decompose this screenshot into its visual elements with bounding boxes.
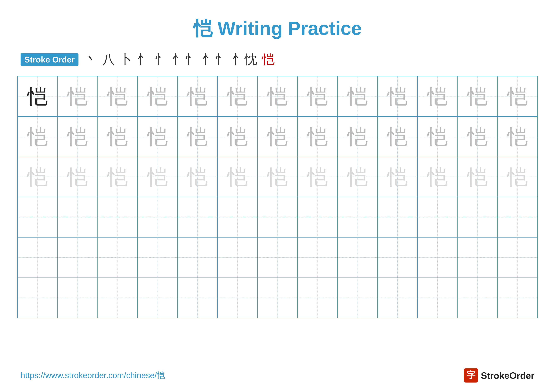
grid-cell[interactable]: 恺 xyxy=(18,117,58,157)
grid-cell[interactable] xyxy=(218,197,258,237)
grid-cell[interactable]: 恺 xyxy=(138,157,178,197)
grid-cell[interactable]: 恺 xyxy=(18,76,58,116)
grid-row: 恺恺恺恺恺恺恺恺恺恺恺恺恺 xyxy=(18,117,537,157)
grid-cell[interactable] xyxy=(258,197,298,237)
grid-cell[interactable]: 恺 xyxy=(378,76,418,116)
grid-cell[interactable] xyxy=(298,237,338,278)
grid-cell[interactable] xyxy=(338,197,378,237)
footer-url[interactable]: https://www.strokeorder.com/chinese/恺 xyxy=(21,370,165,381)
stroke-sequence: 丶 八 卜 忄 忄 忄忄 忄忄 忄忱 恺 xyxy=(85,51,275,68)
cell-character: 恺 xyxy=(347,126,368,147)
grid-cell[interactable] xyxy=(138,278,178,318)
grid-cell[interactable]: 恺 xyxy=(497,117,537,157)
cell-character: 恺 xyxy=(27,126,48,147)
grid-cell[interactable]: 恺 xyxy=(418,76,458,116)
grid-cell[interactable] xyxy=(98,237,138,278)
grid-cell[interactable] xyxy=(178,237,218,278)
cell-character: 恺 xyxy=(227,86,248,107)
grid-cell[interactable] xyxy=(178,278,218,318)
grid-cell[interactable] xyxy=(458,237,497,278)
grid-cell[interactable]: 恺 xyxy=(178,76,218,116)
grid-cell[interactable] xyxy=(18,237,58,278)
grid-cell[interactable]: 恺 xyxy=(458,76,497,116)
footer: https://www.strokeorder.com/chinese/恺 字 … xyxy=(0,368,555,383)
grid-cell[interactable] xyxy=(378,278,418,318)
grid-cell[interactable] xyxy=(218,278,258,318)
grid-cell[interactable]: 恺 xyxy=(218,157,258,197)
grid-cell[interactable]: 恺 xyxy=(258,76,298,116)
grid-cell[interactable]: 恺 xyxy=(138,117,178,157)
grid-cell[interactable]: 恺 xyxy=(497,157,537,197)
cell-character: 恺 xyxy=(107,86,128,107)
grid-cell[interactable]: 恺 xyxy=(458,157,497,197)
grid-cell[interactable] xyxy=(418,278,458,318)
footer-logo: 字 StrokeOrder xyxy=(464,368,534,383)
grid-cell[interactable]: 恺 xyxy=(178,157,218,197)
cell-character: 恺 xyxy=(467,167,488,187)
grid-cell[interactable]: 恺 xyxy=(98,76,138,116)
grid-cell[interactable] xyxy=(18,197,58,237)
grid-cell[interactable]: 恺 xyxy=(378,117,418,157)
grid-cell[interactable] xyxy=(18,278,58,318)
grid-cell[interactable] xyxy=(138,197,178,237)
grid-cell[interactable]: 恺 xyxy=(338,157,378,197)
grid-cell[interactable]: 恺 xyxy=(178,117,218,157)
grid-cell[interactable] xyxy=(58,197,98,237)
stroke-5: 忄 xyxy=(154,51,167,68)
grid-cell[interactable]: 恺 xyxy=(58,76,98,116)
grid-cell[interactable] xyxy=(338,278,378,318)
grid-cell[interactable]: 恺 xyxy=(458,117,497,157)
grid-cell[interactable]: 恺 xyxy=(298,76,338,116)
grid-cell[interactable] xyxy=(418,237,458,278)
grid-cell[interactable]: 恺 xyxy=(418,157,458,197)
grid-cell[interactable]: 恺 xyxy=(298,157,338,197)
stroke-9: 恺 xyxy=(262,51,275,68)
grid-cell[interactable]: 恺 xyxy=(218,76,258,116)
page-title: 恺 Writing Practice xyxy=(0,0,555,42)
stroke-3: 卜 xyxy=(120,51,132,68)
cell-character: 恺 xyxy=(267,86,288,107)
cell-character: 恺 xyxy=(347,167,368,187)
grid-cell[interactable] xyxy=(418,197,458,237)
grid-cell[interactable] xyxy=(258,278,298,318)
grid-cell[interactable]: 恺 xyxy=(418,117,458,157)
grid-cell[interactable] xyxy=(497,197,537,237)
grid-cell[interactable]: 恺 xyxy=(298,117,338,157)
grid-cell[interactable]: 恺 xyxy=(218,117,258,157)
grid-cell[interactable] xyxy=(218,237,258,278)
grid-cell[interactable] xyxy=(98,197,138,237)
grid-cell[interactable] xyxy=(178,197,218,237)
grid-cell[interactable] xyxy=(298,278,338,318)
grid-cell[interactable]: 恺 xyxy=(58,157,98,197)
grid-cell[interactable] xyxy=(138,237,178,278)
stroke-2: 八 xyxy=(102,51,115,68)
grid-cell[interactable] xyxy=(497,278,537,318)
cell-character: 恺 xyxy=(507,86,528,107)
grid-cell[interactable]: 恺 xyxy=(58,117,98,157)
title-text: 恺 Writing Practice xyxy=(193,18,362,39)
stroke-8: 忄忱 xyxy=(232,51,257,68)
cell-character: 恺 xyxy=(387,86,408,107)
cell-character: 恺 xyxy=(107,126,128,147)
grid-cell[interactable] xyxy=(58,237,98,278)
grid-cell[interactable] xyxy=(458,197,497,237)
grid-cell[interactable]: 恺 xyxy=(138,76,178,116)
grid-cell[interactable] xyxy=(258,237,298,278)
grid-cell[interactable] xyxy=(338,237,378,278)
grid-cell[interactable] xyxy=(458,278,497,318)
grid-cell[interactable]: 恺 xyxy=(497,76,537,116)
grid-cell[interactable]: 恺 xyxy=(338,117,378,157)
grid-cell[interactable] xyxy=(298,197,338,237)
grid-cell[interactable]: 恺 xyxy=(378,157,418,197)
grid-cell[interactable] xyxy=(98,278,138,318)
grid-cell[interactable] xyxy=(378,237,418,278)
grid-cell[interactable]: 恺 xyxy=(98,117,138,157)
grid-cell[interactable] xyxy=(58,278,98,318)
grid-cell[interactable]: 恺 xyxy=(18,157,58,197)
grid-cell[interactable]: 恺 xyxy=(258,157,298,197)
grid-cell[interactable]: 恺 xyxy=(258,117,298,157)
grid-cell[interactable]: 恺 xyxy=(98,157,138,197)
grid-cell[interactable] xyxy=(378,197,418,237)
grid-cell[interactable] xyxy=(497,237,537,278)
grid-cell[interactable]: 恺 xyxy=(338,76,378,116)
